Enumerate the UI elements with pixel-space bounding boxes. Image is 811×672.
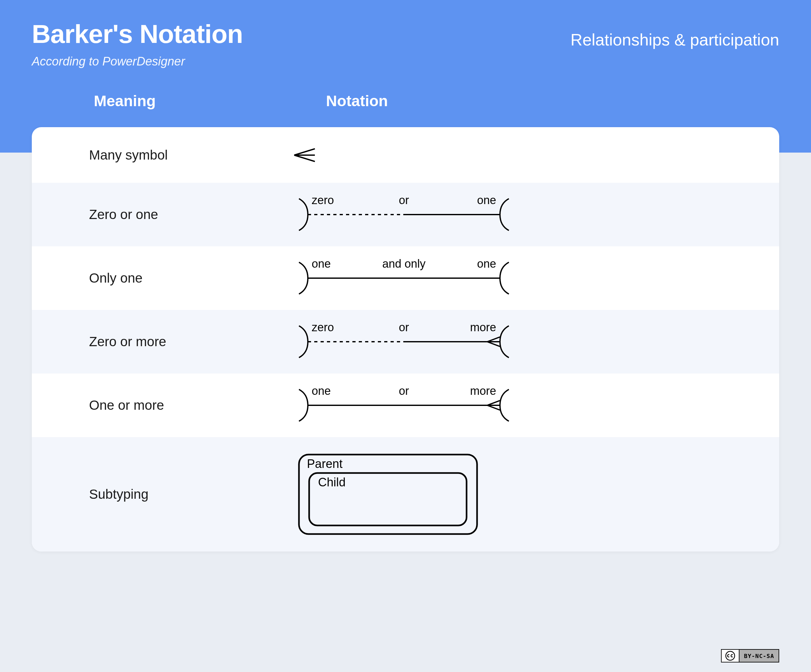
column-header-meaning: Meaning [94,92,326,110]
svg-line-0 [294,149,315,155]
notation-one-or-more: one or more [264,385,760,426]
meaning-zero-or-more: Zero or more [51,334,264,349]
notation-subtyping: Parent Child [264,448,760,540]
svg-line-14 [487,405,500,410]
notation-card: Many symbol Zero or one zero or one O [32,127,779,552]
meaning-zero-or-one: Zero or one [51,207,264,222]
label-one-r: one [477,257,496,270]
label-child: Child [318,476,346,489]
zero-or-one-diagram: zero or one [289,194,518,235]
label-zero: zero [312,194,334,207]
one-or-more-diagram: one or more [289,385,518,426]
label-one: one [312,385,331,397]
many-symbol-icon [289,146,321,165]
svg-line-12 [487,401,500,405]
license-text: BY-NC-SA [740,650,779,662]
label-more: more [470,385,496,397]
meaning-subtyping: Subtyping [51,487,264,502]
only-one-diagram: one and only one [289,257,518,299]
column-headers: Meaning Notation [32,92,779,110]
cc-logo-icon [722,650,740,662]
label-one-l: one [312,257,331,270]
label-zero: zero [312,321,334,334]
svg-line-10 [487,342,500,347]
license-badge: BY-NC-SA [721,649,779,662]
subtyping-diagram: Parent Child [289,448,487,540]
page-subtitle: According to PowerDesigner [32,55,779,68]
label-or: or [399,321,409,334]
label-one: one [477,194,496,207]
label-or: or [399,194,409,207]
meaning-one-or-more: One or more [51,398,264,413]
row-one-or-more: One or more one or more [32,374,779,437]
notation-only-one: one and only one [264,257,760,299]
label-more: more [470,321,496,334]
zero-or-more-diagram: zero or more [289,321,518,362]
row-zero-or-more: Zero or more zero or more [32,310,779,374]
notation-many [264,146,760,165]
notation-zero-or-more: zero or more [264,321,760,362]
label-parent: Parent [307,457,343,471]
svg-line-2 [294,155,315,161]
label-and-only: and only [382,257,426,270]
row-only-one: Only one one and only one [32,246,779,310]
svg-line-8 [487,337,500,342]
row-subtyping: Subtyping Parent Child [32,437,779,552]
row-zero-or-one: Zero or one zero or one [32,183,779,246]
meaning-only-one: Only one [51,271,264,286]
label-or: or [399,385,409,397]
page-topic: Relationships & participation [570,30,779,49]
notation-zero-or-one: zero or one [264,194,760,235]
svg-point-17 [726,651,735,660]
column-header-notation: Notation [326,92,388,110]
meaning-many: Many symbol [51,147,264,163]
row-many: Many symbol [32,127,779,183]
